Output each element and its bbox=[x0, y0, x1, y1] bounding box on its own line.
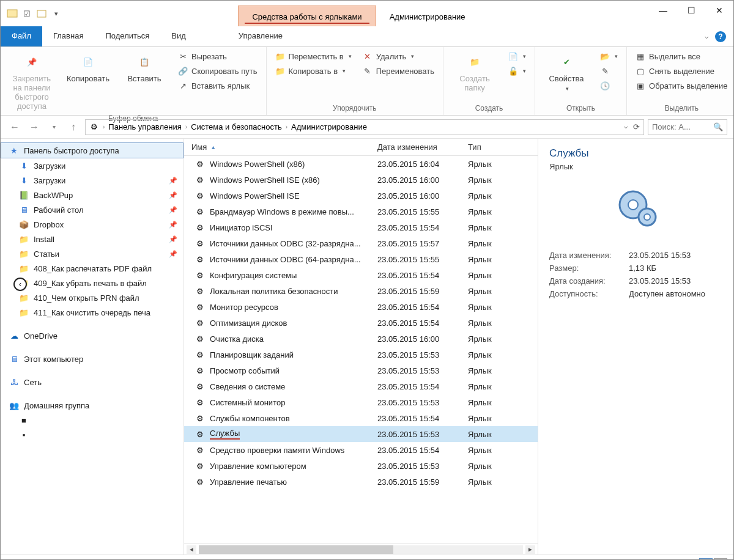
up-button[interactable]: ↑ bbox=[65, 119, 81, 135]
tree-item[interactable]: 📁Install📌 bbox=[1, 232, 184, 246]
properties-button[interactable]: ✔Свойства▾ bbox=[540, 50, 593, 94]
properties-qat-icon[interactable]: ☑ bbox=[21, 8, 32, 19]
tab-manage[interactable]: Управление bbox=[228, 26, 294, 46]
cut-button[interactable]: ✂Вырезать bbox=[174, 50, 261, 63]
file-row[interactable]: ⚙Windows PowerShell (x86)23.05.2015 16:0… bbox=[184, 156, 538, 172]
select-none-button[interactable]: ▢Снять выделение bbox=[632, 64, 731, 78]
col-type[interactable]: Тип bbox=[468, 142, 517, 152]
nav-tree[interactable]: ★ Панель быстрого доступа ⬇Загрузки⬇Загр… bbox=[1, 139, 184, 554]
list-header[interactable]: Имя▲ Дата изменения Тип bbox=[184, 139, 538, 156]
tree-item[interactable]: ▪ bbox=[1, 427, 184, 442]
copy-button[interactable]: 📄Копировать bbox=[62, 50, 114, 86]
refresh-icon[interactable]: ⟳ bbox=[633, 122, 640, 131]
minimize-button[interactable]: — bbox=[649, 1, 677, 20]
col-name[interactable]: Имя▲ bbox=[184, 142, 377, 152]
new-folder-qat-icon[interactable] bbox=[36, 8, 47, 19]
file-row[interactable]: ⚙Службы23.05.2015 15:53Ярлык bbox=[184, 426, 538, 442]
open-button[interactable]: 📂▾ bbox=[596, 50, 621, 63]
maximize-button[interactable]: ☐ bbox=[677, 1, 705, 20]
breadcrumb-item[interactable]: Администрирование bbox=[291, 122, 367, 131]
tree-this-pc[interactable]: 🖥Этот компьютер bbox=[1, 352, 184, 366]
tab-file[interactable]: Файл bbox=[1, 26, 42, 46]
file-row[interactable]: ⚙Windows PowerShell ISE (x86)23.05.2015 … bbox=[184, 172, 538, 188]
breadcrumb-item[interactable]: Панель управления bbox=[108, 122, 181, 131]
scroll-right-icon[interactable]: ► bbox=[525, 545, 535, 554]
file-row[interactable]: ⚙Источники данных ODBC (32-разрядна...23… bbox=[184, 235, 538, 251]
file-row[interactable]: ⚙Системный монитор23.05.2015 15:53Ярлык bbox=[184, 394, 538, 410]
pin-icon: 📌 bbox=[169, 177, 177, 185]
tree-item[interactable]: 📁408_Как распечатать PDF файл bbox=[1, 261, 184, 276]
file-row[interactable]: ⚙Планировщик заданий23.05.2015 15:53Ярлы… bbox=[184, 347, 538, 363]
tree-item[interactable]: 📁411_Как очистить очередь печа bbox=[1, 305, 184, 320]
collapse-ribbon-icon[interactable]: ⌵ bbox=[705, 32, 709, 40]
tree-homegroup[interactable]: 👥Домашняя группа bbox=[1, 398, 184, 413]
paste-button[interactable]: 📋Вставить bbox=[118, 50, 171, 86]
view-details-button[interactable]: ☰ bbox=[699, 558, 713, 561]
tree-item[interactable]: 📦Dropbox📌 bbox=[1, 217, 184, 232]
history-button[interactable]: 🕓 bbox=[596, 79, 621, 92]
breadcrumb[interactable]: ⚙ › Панель управления › Система и безопа… bbox=[85, 119, 644, 135]
view-icons-button[interactable]: ▦ bbox=[714, 558, 727, 561]
tree-quick-access[interactable]: ★ Панель быстрого доступа bbox=[1, 142, 184, 158]
select-all-button[interactable]: ▦Выделить все bbox=[632, 50, 731, 63]
file-row[interactable]: ⚙Инициатор iSCSI23.05.2015 15:54Ярлык bbox=[184, 219, 538, 235]
tree-item[interactable]: 📁410_Чем открыть PRN файл bbox=[1, 290, 184, 305]
tree-item[interactable]: ⬇Загрузки📌 bbox=[1, 173, 184, 188]
scroll-thumb[interactable] bbox=[199, 545, 393, 554]
file-row[interactable]: ⚙Конфигурация системы23.05.2015 15:54Ярл… bbox=[184, 267, 538, 283]
svg-rect-0 bbox=[7, 10, 17, 17]
pin-button[interactable]: 📌Закрепить на панели быстрого доступа bbox=[6, 50, 58, 113]
recent-dropdown[interactable]: ▾ bbox=[46, 119, 62, 135]
move-to-button[interactable]: 📁Переместить в▾ bbox=[272, 50, 355, 63]
chevron-down-icon[interactable]: ⌵ bbox=[624, 122, 628, 131]
file-row[interactable]: ⚙Монитор ресурсов23.05.2015 15:54Ярлык bbox=[184, 299, 538, 315]
context-tab[interactable]: Средства работы с ярлыками bbox=[238, 6, 376, 26]
tree-item[interactable]: ■ bbox=[1, 413, 184, 427]
pin-icon: 📌 bbox=[169, 221, 177, 229]
tree-network[interactable]: 🖧Сеть bbox=[1, 375, 184, 389]
file-row[interactable]: ⚙Windows PowerShell ISE23.05.2015 16:00Я… bbox=[184, 188, 538, 204]
new-folder-button[interactable]: 📁Создать папку bbox=[448, 50, 501, 95]
forward-button[interactable]: → bbox=[26, 119, 42, 135]
horizontal-scrollbar[interactable]: ◄ ► bbox=[184, 543, 538, 554]
file-row[interactable]: ⚙Локальная политика безопасности23.05.20… bbox=[184, 283, 538, 299]
file-row[interactable]: ⚙Управление печатью23.05.2015 15:59Ярлык bbox=[184, 474, 538, 490]
file-row[interactable]: ⚙Сведения о системе23.05.2015 15:54Ярлык bbox=[184, 378, 538, 394]
file-row[interactable]: ⚙Брандмауэр Windows в режиме повы...23.0… bbox=[184, 204, 538, 219]
tree-item[interactable]: 📗BackWPup📌 bbox=[1, 188, 184, 202]
file-row[interactable]: ⚙Очистка диска23.05.2015 16:00Ярлык bbox=[184, 331, 538, 347]
back-button[interactable]: ← bbox=[7, 119, 23, 135]
tab-home[interactable]: Главная bbox=[42, 26, 94, 46]
back-overlay-icon[interactable]: ‹ bbox=[13, 278, 27, 291]
tab-share[interactable]: Поделиться bbox=[94, 26, 160, 46]
file-row[interactable]: ⚙Оптимизация дисков23.05.2015 15:54Ярлык bbox=[184, 315, 538, 331]
scroll-left-icon[interactable]: ◄ bbox=[187, 545, 196, 554]
rename-button[interactable]: ✎Переименовать bbox=[359, 64, 438, 78]
delete-button[interactable]: ✕Удалить▾ bbox=[359, 50, 438, 63]
file-row[interactable]: ⚙Управление компьютером23.05.2015 15:53Я… bbox=[184, 458, 538, 474]
tab-view[interactable]: Вид bbox=[160, 26, 197, 46]
new-item-button[interactable]: 📄▾ bbox=[505, 50, 530, 63]
file-row[interactable]: ⚙Службы компонентов23.05.2015 15:54Ярлык bbox=[184, 410, 538, 426]
file-row[interactable]: ⚙Источники данных ODBC (64-разрядна...23… bbox=[184, 251, 538, 267]
copy-path-button[interactable]: 🔗Скопировать путь bbox=[174, 64, 261, 78]
breadcrumb-item[interactable]: Система и безопасность bbox=[191, 122, 282, 131]
tree-item[interactable]: 📁409_Как убрать печать в файл bbox=[1, 276, 184, 290]
search-input[interactable]: Поиск: А... 🔍 bbox=[648, 119, 727, 135]
group-new-label: Создать bbox=[448, 103, 530, 114]
qat-dropdown-icon[interactable]: ▾ bbox=[51, 8, 62, 19]
help-icon[interactable]: ? bbox=[715, 31, 726, 42]
paste-shortcut-button[interactable]: ↗Вставить ярлык bbox=[174, 79, 261, 92]
copy-to-button[interactable]: 📁Копировать в▾ bbox=[272, 64, 355, 78]
edit-button[interactable]: ✎ bbox=[596, 64, 621, 78]
close-button[interactable]: ✕ bbox=[705, 1, 733, 20]
invert-button[interactable]: ▣Обратить выделение bbox=[632, 79, 731, 92]
col-date[interactable]: Дата изменения bbox=[377, 142, 468, 152]
tree-item[interactable]: 📁Статьи📌 bbox=[1, 246, 184, 261]
easy-access-button[interactable]: 🔓▾ bbox=[505, 64, 530, 78]
tree-onedrive[interactable]: ☁OneDrive bbox=[1, 328, 184, 343]
file-row[interactable]: ⚙Просмотр событий23.05.2015 15:53Ярлык bbox=[184, 363, 538, 378]
tree-item[interactable]: 🖥Рабочий стол📌 bbox=[1, 202, 184, 217]
tree-item[interactable]: ⬇Загрузки bbox=[1, 158, 184, 173]
file-row[interactable]: ⚙Средство проверки памяти Windows23.05.2… bbox=[184, 442, 538, 458]
